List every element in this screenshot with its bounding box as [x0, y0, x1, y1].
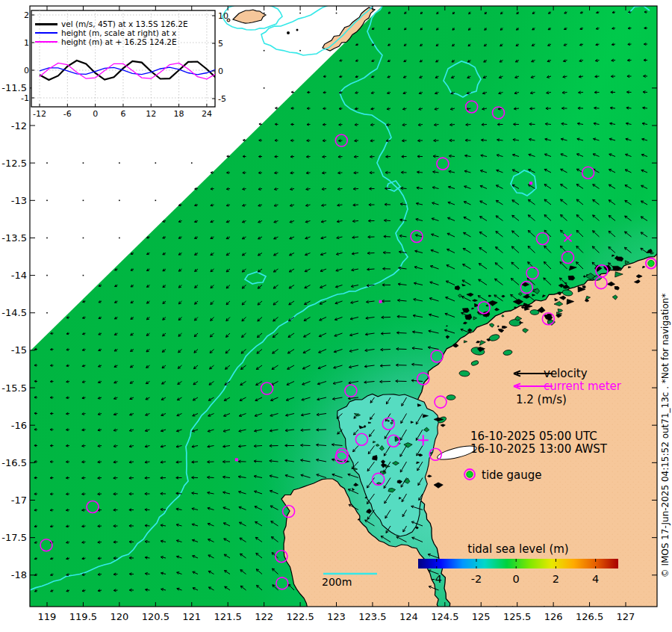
x-tick-label: 122.5	[286, 611, 314, 622]
x-tick-label: 124.5	[431, 611, 458, 622]
legend-row-velocity: vel (m/s, 45T) at x 13.5S 126.2E	[35, 19, 188, 28]
inset-x-tick-label: 18	[174, 109, 184, 119]
y-tick-label: -17	[11, 495, 27, 506]
inset-x-tick-label: 24	[202, 109, 212, 119]
y-tick-label: -16.5	[1, 457, 27, 468]
velocity-legend-label: velocity	[544, 367, 588, 380]
inset-yleft-tick-label: -1	[21, 93, 29, 103]
inset-yright-tick-label: 10	[218, 11, 228, 21]
timestamp-utc: 16-10-2025 05:00 UTC	[470, 430, 597, 443]
y-tick-label: -13	[11, 195, 27, 206]
inset-x-tick-label: -6	[63, 109, 72, 119]
inset-yleft-tick-label: 1	[24, 38, 29, 48]
x-tick-label: 123.5	[358, 611, 386, 622]
station-dot	[379, 300, 382, 303]
colorbar-tick-label: -2	[471, 573, 482, 585]
colorbar-tick-label: 2	[553, 573, 559, 585]
tide-gauge-dot	[467, 471, 473, 477]
legend-row-height-x: height (m, scale at right) at x	[35, 28, 188, 37]
timestamp-awst: 16-10-2025 13:00 AWST	[470, 442, 607, 456]
x-tick-label: 120.5	[142, 611, 169, 622]
x-tick-label: 126	[544, 611, 563, 622]
y-tick-label: -14	[11, 270, 27, 281]
inset-chart-legend: vel (m/s, 45T) at x 13.5S 126.2E height …	[35, 19, 188, 46]
x-tick-label: 126.5	[576, 611, 603, 622]
inset-yleft-tick-label: 0	[24, 66, 29, 75]
inset-x-tick-label: 0	[93, 109, 98, 119]
height-plus-line-swatch	[35, 41, 57, 43]
colorbar-tick-label: -4	[432, 573, 442, 585]
y-tick-label: -11.5	[1, 82, 27, 93]
y-tick-label: -14.5	[1, 307, 27, 318]
y-tick-label: -15.5	[1, 382, 27, 394]
x-tick-label: 125.5	[503, 611, 531, 622]
inset-x-tick-label: -12	[33, 109, 46, 119]
station-dot	[235, 458, 238, 461]
x-tick-label: 125	[472, 611, 491, 622]
y-tick-label: -13.5	[1, 232, 27, 244]
x-tick-label: 121	[182, 611, 201, 622]
y-tick-label: -12.5	[1, 158, 27, 169]
x-tick-label: 122	[255, 611, 273, 622]
height-x-line-swatch	[35, 32, 57, 34]
legend-text: height (m, scale at right) at x	[61, 28, 176, 37]
scalebar-label: 200m	[322, 576, 352, 588]
x-tick-label: 120	[110, 611, 128, 622]
x-tick-label: 123	[327, 611, 346, 622]
legend-text: vel (m/s, 45T) at x 13.5S 126.2E	[61, 19, 188, 28]
x-tick-label: 119	[38, 611, 57, 622]
inset-x-tick-label: 12	[146, 109, 156, 119]
inset-yright-tick-label: 0	[218, 66, 223, 76]
y-tick-label: -18	[11, 569, 27, 580]
x-tick-label: 121.5	[214, 611, 242, 622]
map-canvas: 119119.5120120.5121121.5122122.5123123.5…	[0, 0, 672, 632]
station-dot	[529, 182, 532, 185]
tide-gauge-legend-label: tide gauge	[482, 468, 542, 482]
colorbar-tick-label: 4	[592, 573, 599, 585]
x-tick-label: 119.5	[69, 611, 97, 622]
y-tick-label: -17.5	[1, 532, 27, 543]
colorbar-tick-label: 0	[513, 573, 520, 585]
x-tick-label: 127	[617, 611, 635, 622]
y-tick-label: -15	[11, 344, 27, 356]
legend-text: height (m) at + 16.2S 124.2E	[61, 37, 177, 46]
inset-yright-tick-label: -5	[218, 94, 226, 104]
inset-yleft-tick-label: 2	[24, 10, 29, 20]
imos-watermark: © IMOS 17-Jun-2025 04:15:52 out71_13c . …	[660, 294, 671, 578]
tide-gauge-dot	[648, 260, 654, 266]
y-tick-label: -12	[11, 120, 27, 131]
legend-row-height-plus: height (m) at + 16.2S 124.2E	[35, 37, 188, 46]
velocity-line-swatch	[35, 23, 57, 25]
reference-speed-label: 1.2 (m/s)	[516, 393, 567, 406]
tidal-model-figure: 119119.5120120.5121121.5122122.5123123.5…	[0, 0, 672, 632]
current-meter-legend-label: current meter	[544, 379, 621, 393]
inset-yright-tick-label: 5	[218, 39, 223, 49]
x-tick-label: 124	[399, 611, 418, 622]
y-tick-label: -16	[11, 420, 27, 431]
colorbar-title: tidal sea level (m)	[418, 542, 618, 556]
inset-x-tick-label: 6	[120, 109, 125, 119]
